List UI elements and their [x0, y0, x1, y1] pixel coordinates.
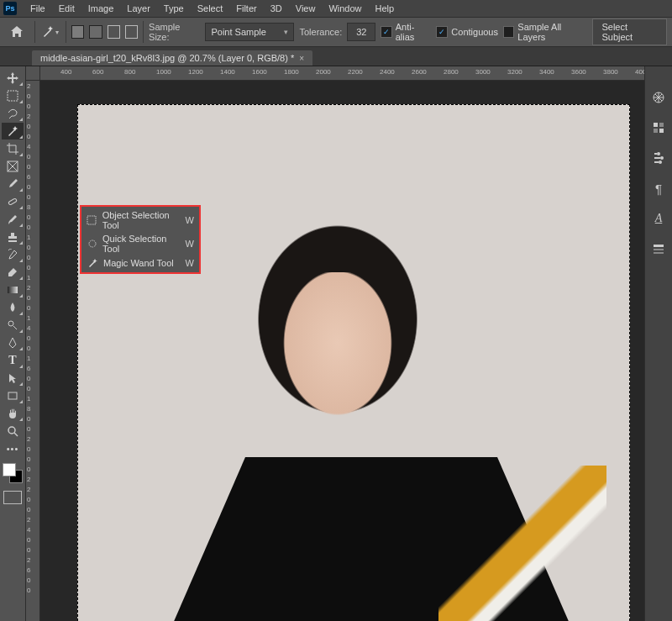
ruler-tick: 4 [27, 526, 30, 534]
menu-type[interactable]: Type [157, 2, 191, 15]
path-selection-tool[interactable] [2, 370, 24, 387]
current-tool-icon[interactable]: ▾ [39, 24, 60, 40]
menu-bar: Ps File Edit Image Layer Type Select Fil… [0, 0, 672, 18]
tolerance-label: Tolerance: [299, 27, 342, 37]
contiguous-label: Contiguous [451, 27, 498, 37]
flyout-magic-wand[interactable]: Magic Wand Tool W [81, 255, 199, 271]
ruler-tick: 0 [27, 213, 30, 221]
flyout-shortcut: W [186, 258, 194, 268]
screen-mode-toggle[interactable] [3, 491, 22, 504]
sample-all-layers-checkbox[interactable]: ✓ Sample All Layers [503, 22, 587, 42]
blur-tool[interactable] [2, 299, 24, 316]
sample-size-dropdown[interactable]: Point Sample ▾ [205, 23, 294, 41]
intersect-selection-icon[interactable] [125, 25, 138, 39]
ruler-tick: 2 [27, 486, 30, 493]
anti-alias-checkbox[interactable]: ✓ Anti-alias [381, 22, 431, 42]
svg-point-19 [660, 156, 664, 160]
properties-panel-icon[interactable] [651, 241, 666, 256]
ruler-tick: 0 [27, 375, 30, 382]
contiguous-checkbox[interactable]: ✓ Contiguous [436, 26, 498, 38]
right-panel-strip: ¶ A [644, 66, 672, 621]
document-tab[interactable]: middle-asian-girl_t20_kRv8I3.jpg @ 20.7%… [32, 50, 312, 66]
ruler-tick: 600 [92, 68, 103, 76]
brush-tool[interactable] [2, 211, 24, 228]
svg-rect-14 [654, 123, 658, 127]
ruler-tick: 2 [27, 435, 30, 443]
separator [34, 21, 35, 43]
menu-filter[interactable]: Filter [229, 2, 263, 15]
healing-brush-tool[interactable] [2, 193, 24, 210]
flyout-quick-selection[interactable]: Quick Selection Tool W [81, 232, 199, 255]
svg-point-18 [657, 152, 660, 155]
ruler-tick: 1 [27, 234, 30, 241]
zoom-tool[interactable] [2, 423, 24, 439]
ruler-tick: 3400 [539, 68, 554, 76]
app-logo: Ps [3, 2, 17, 15]
checkbox-unchecked-icon: ✓ [503, 26, 514, 38]
move-tool[interactable] [2, 70, 24, 87]
character-panel-icon[interactable]: A [651, 211, 666, 226]
add-selection-icon[interactable] [89, 25, 102, 39]
new-selection-icon[interactable] [71, 25, 84, 39]
eyedropper-tool[interactable] [2, 176, 24, 192]
menu-3d[interactable]: 3D [264, 2, 289, 15]
edit-toolbar[interactable]: ••• [2, 440, 24, 457]
tolerance-input[interactable]: 32 [347, 23, 375, 41]
ruler-tick: 2800 [444, 68, 459, 76]
adjustments-panel-icon[interactable] [651, 150, 666, 166]
menu-select[interactable]: Select [191, 2, 230, 15]
ruler-horizontal[interactable]: 4006008001000120014001600180020002200240… [40, 66, 644, 81]
document-canvas[interactable] [77, 104, 630, 621]
swatches-panel-icon[interactable] [651, 120, 666, 135]
home-icon [10, 26, 24, 38]
menu-edit[interactable]: Edit [52, 2, 81, 15]
pen-tool[interactable] [2, 334, 24, 351]
ruler-tick: 8 [27, 203, 30, 211]
ruler-tick: 4000 [635, 68, 644, 76]
menu-image[interactable]: Image [81, 2, 121, 15]
sample-all-layers-label: Sample All Layers [517, 22, 587, 42]
ruler-tick: 0 [27, 92, 30, 100]
menu-file[interactable]: File [24, 2, 52, 15]
home-button[interactable] [5, 21, 29, 43]
close-icon[interactable]: × [299, 54, 304, 63]
ruler-tick: 6 [27, 173, 30, 181]
ruler-tick: 6 [27, 566, 30, 574]
frame-icon [7, 161, 18, 172]
ruler-vertical[interactable]: 2002004006008001000120014001600180020002… [26, 81, 40, 621]
eraser-tool[interactable] [2, 264, 24, 281]
crop-tool[interactable] [2, 140, 24, 157]
foreground-color-swatch[interactable] [3, 463, 16, 476]
ruler-tick: 0 [27, 304, 30, 312]
menu-view[interactable]: View [289, 2, 323, 15]
frame-tool[interactable] [2, 158, 24, 175]
history-brush-tool[interactable] [2, 246, 24, 263]
marquee-tool[interactable] [2, 87, 24, 104]
gradient-tool[interactable] [2, 282, 24, 298]
menu-layer[interactable]: Layer [120, 2, 157, 15]
ruler-origin[interactable] [26, 66, 40, 81]
shape-tool[interactable] [2, 387, 24, 404]
menu-window[interactable]: Window [322, 2, 368, 15]
svg-rect-16 [654, 129, 658, 133]
subtract-selection-icon[interactable] [108, 25, 120, 39]
color-panel-icon[interactable] [651, 90, 666, 105]
flyout-object-selection[interactable]: Object Selection Tool W [81, 208, 199, 232]
color-swatches[interactable] [3, 463, 23, 483]
type-tool[interactable]: T [2, 352, 24, 369]
magic-wand-tool[interactable] [2, 123, 24, 139]
ruler-tick: 0 [27, 193, 30, 201]
canvas-area[interactable]: Object Selection Tool W Quick Selection … [40, 81, 644, 621]
clone-stamp-tool[interactable] [2, 229, 24, 245]
hand-tool[interactable] [2, 405, 24, 422]
menu-help[interactable]: Help [369, 2, 402, 15]
paragraph-panel-icon[interactable]: ¶ [651, 181, 666, 196]
dodge-tool[interactable] [2, 317, 24, 334]
select-subject-button[interactable]: Select Subject [592, 18, 667, 45]
hand-icon [7, 408, 18, 419]
history-brush-icon [7, 249, 18, 261]
stamp-icon [7, 231, 18, 243]
ruler-tick: 1200 [188, 68, 203, 76]
lasso-tool[interactable] [2, 105, 24, 122]
gradient-icon [7, 284, 18, 296]
